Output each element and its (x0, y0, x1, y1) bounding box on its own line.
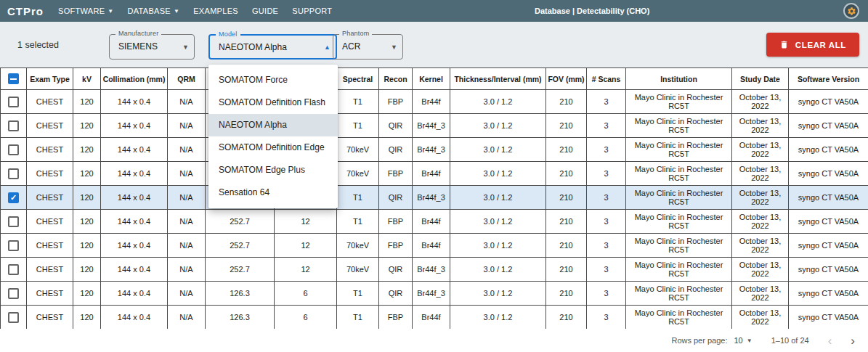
table-cell: FBP (379, 210, 413, 234)
row-checkbox-cell (1, 306, 27, 330)
row-checkbox-cell: ✓ (1, 186, 27, 210)
table-cell: 210 (546, 114, 587, 138)
table-cell: Mayo Clinic in Rochester RC5T (626, 306, 732, 330)
table-cell: syngo CT VA50A (789, 186, 868, 210)
selected-count: 1 selected (17, 40, 59, 50)
nav-item-examples[interactable]: EXAMPLES (193, 7, 238, 15)
table-cell: 3 (587, 258, 626, 282)
table-cell: CHEST (27, 114, 73, 138)
table-cell: 3 (587, 306, 626, 330)
row-checkbox[interactable] (8, 120, 19, 131)
table-cell: CHEST (27, 162, 73, 186)
model-option[interactable]: SOMATOM Definition Flash (208, 91, 338, 114)
nav-item-guide[interactable]: GUIDE (252, 7, 278, 15)
app-header: CTPro SOFTWARE▼DATABASE▼EXAMPLESGUIDESUP… (0, 0, 868, 22)
table-cell: Mayo Clinic in Rochester RC5T (626, 114, 732, 138)
nav-item-label: EXAMPLES (193, 7, 238, 15)
nav-item-label: GUIDE (252, 7, 278, 15)
column-header: # Scans (587, 68, 626, 90)
row-checkbox[interactable]: ✓ (8, 192, 19, 203)
table-cell: 3.0 / 1.2 (450, 186, 546, 210)
model-dropdown-menu: SOMATOM ForceSOMATOM Definition FlashNAE… (208, 65, 338, 208)
table-cell: Br44f (413, 210, 450, 234)
table-row: CHEST120144 x 0.4N/A252.71270keVQIRBr44f… (1, 258, 868, 282)
row-checkbox[interactable] (8, 264, 19, 275)
filter-bar: 1 selected Manufacturer SIEMENS ▼ Model … (0, 22, 868, 67)
table-cell: Br44f_3 (413, 282, 450, 306)
table-cell: 3.0 / 1.2 (450, 210, 546, 234)
gear-icon (847, 7, 856, 16)
table-row: CHEST120144 x 0.4N/AT1QIRBr44f_33.0 / 1.… (1, 114, 868, 138)
table-cell: 210 (546, 234, 587, 258)
phantom-select[interactable]: Phantom ACR ▼ (333, 34, 403, 60)
previous-page-button[interactable]: ‹ (828, 335, 832, 347)
model-select[interactable]: Model NAEOTOM Alpha ▲ (208, 34, 337, 60)
table-cell: syngo CT VA50A (789, 258, 868, 282)
table-cell: 3 (587, 282, 626, 306)
table-cell: QIR (379, 114, 413, 138)
table-cell: 3 (587, 186, 626, 210)
table-cell: QIR (379, 186, 413, 210)
table-cell: Br44f (413, 234, 450, 258)
model-option[interactable]: Sensation 64 (208, 181, 338, 204)
row-checkbox[interactable] (8, 144, 19, 155)
table-cell: 3.0 / 1.2 (450, 138, 546, 162)
row-checkbox-cell (1, 210, 27, 234)
table-cell: 3.0 / 1.2 (450, 114, 546, 138)
row-checkbox-cell (1, 114, 27, 138)
table-cell: Mayo Clinic in Rochester RC5T (626, 90, 732, 114)
table-cell: Mayo Clinic in Rochester RC5T (626, 162, 732, 186)
table-cell: October 13, 2022 (732, 138, 789, 162)
table-cell: N/A (168, 114, 206, 138)
model-option[interactable]: SOMATOM Force (208, 69, 338, 91)
table-cell: 70keV (337, 258, 379, 282)
table-cell: 3 (587, 114, 626, 138)
manufacturer-select[interactable]: Manufacturer SIEMENS ▼ (109, 34, 195, 60)
model-option[interactable]: SOMATOM Definition Edge (208, 136, 338, 159)
header-checkbox-cell (1, 68, 27, 90)
table-row: CHEST120144 x 0.4N/AT1FBPBr44f3.0 / 1.22… (1, 90, 868, 114)
table-cell: T1 (337, 186, 379, 210)
table-cell: syngo CT VA50A (789, 162, 868, 186)
table-cell: 210 (546, 258, 587, 282)
table-cell: 144 x 0.4 (101, 114, 168, 138)
row-checkbox-cell (1, 282, 27, 306)
rows-per-page-select[interactable]: 10 ▼ (734, 336, 752, 345)
table-cell: 120 (73, 162, 101, 186)
table-cell: CHEST (27, 90, 73, 114)
pagination-controls: ‹ › (828, 335, 855, 347)
row-checkbox[interactable] (8, 288, 19, 299)
select-all-checkbox[interactable] (8, 73, 19, 84)
row-checkbox[interactable] (8, 97, 19, 107)
row-checkbox[interactable] (8, 240, 19, 251)
nav-item-support[interactable]: SUPPORT (292, 7, 332, 15)
model-select-label: Model (216, 30, 240, 38)
manufacturer-select-value: SIEMENS (110, 35, 194, 58)
table-cell: 144 x 0.4 (101, 210, 168, 234)
table-cell: 144 x 0.4 (101, 90, 168, 114)
table-cell: 210 (546, 90, 587, 114)
row-checkbox[interactable] (8, 312, 19, 323)
row-checkbox[interactable] (8, 168, 19, 179)
table-cell: T1 (337, 90, 379, 114)
nav-item-database[interactable]: DATABASE▼ (128, 7, 180, 15)
table-cell: 210 (546, 282, 587, 306)
column-header: FOV (mm) (546, 68, 587, 90)
table-cell: 144 x 0.4 (101, 306, 168, 330)
table-cell: 120 (73, 306, 101, 330)
table-cell: QIR (379, 258, 413, 282)
table-cell: N/A (168, 282, 206, 306)
model-option[interactable]: SOMATOM Edge Plus (208, 159, 338, 181)
nav-item-software[interactable]: SOFTWARE▼ (58, 7, 114, 15)
next-page-button[interactable]: › (851, 335, 855, 347)
table-cell: Br44f_3 (413, 186, 450, 210)
clear-all-button[interactable]: CLEAR ALL (766, 33, 859, 57)
chevron-up-icon: ▲ (324, 44, 330, 51)
table-cell: syngo CT VA50A (789, 234, 868, 258)
table-cell: 120 (73, 114, 101, 138)
model-option[interactable]: NAEOTOM Alpha (208, 114, 338, 136)
table-cell: 3.0 / 1.2 (450, 306, 546, 330)
settings-button[interactable] (843, 3, 859, 19)
table-cell: 210 (546, 210, 587, 234)
row-checkbox[interactable] (8, 216, 19, 227)
